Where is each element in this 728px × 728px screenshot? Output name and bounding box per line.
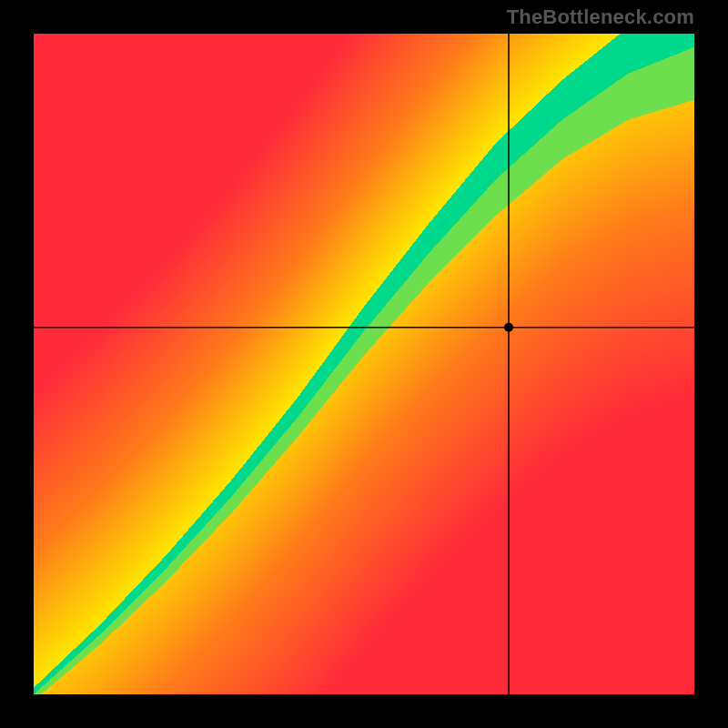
bottleneck-heatmap	[34, 34, 694, 694]
watermark-label: TheBottleneck.com	[507, 5, 694, 29]
chart-frame: TheBottleneck.com	[0, 0, 728, 728]
